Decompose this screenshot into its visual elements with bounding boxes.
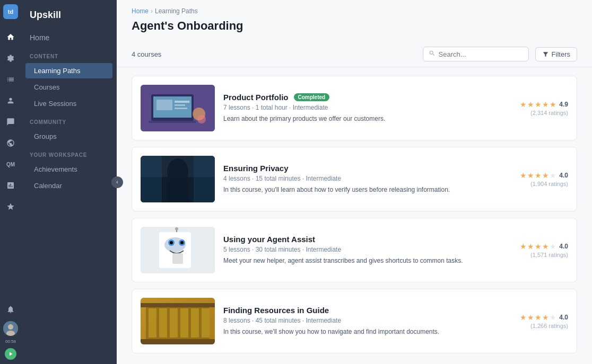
completed-badge: Completed [294, 93, 330, 101]
course-rating: ★★★★★ 4.0 (1,266 ratings) [520, 313, 568, 329]
breadcrumb-separator: › [151, 7, 153, 15]
community-section-label: COMMUNITY [21, 112, 117, 128]
rating-number: 4.0 [559, 314, 568, 321]
svg-rect-11 [149, 121, 196, 123]
star-rating: ★★★★★ 4.9 [520, 100, 568, 109]
page-title: Agent's Onboarding [132, 19, 577, 33]
svg-rect-19 [194, 156, 215, 202]
nav-icon-chat[interactable] [1, 112, 20, 131]
content-section-label: CONTENT [21, 46, 117, 63]
nav-icon-qm[interactable]: QM [1, 155, 20, 174]
svg-point-29 [175, 227, 178, 230]
star-full: ★ [535, 171, 542, 180]
course-description: Learn about the primary products we offe… [223, 114, 511, 123]
rating-number: 4.9 [559, 101, 568, 108]
sidebar-collapse-button[interactable]: ‹ [111, 176, 123, 188]
svg-rect-27 [172, 253, 183, 264]
svg-rect-36 [191, 308, 199, 338]
course-meta: 7 lessons · 1 total hour · Intermediate [223, 104, 511, 111]
nav-calendar[interactable]: Calendar [25, 178, 112, 193]
star-full: ★ [520, 242, 527, 251]
nav-courses[interactable]: Courses [25, 79, 112, 95]
star-empty: ★ [550, 171, 556, 180]
rating-number: 4.0 [559, 172, 568, 179]
main-header: Home › Learning Paths Agent's Onboarding [117, 0, 592, 41]
rating-count: (2,314 ratings) [520, 110, 568, 116]
course-card[interactable]: Ensuring Privacy 4 lessons · 15 total mi… [132, 147, 577, 211]
search-icon [429, 50, 436, 58]
star-full: ★ [527, 242, 534, 251]
svg-rect-7 [156, 100, 172, 110]
rating-number: 4.0 [559, 243, 568, 250]
svg-rect-34 [170, 308, 178, 338]
star-rating: ★★★★★ 4.0 [520, 242, 568, 251]
course-info: Using your Agent Assist 5 lessons · 30 t… [223, 235, 511, 265]
toolbar: 4 courses Filters [117, 41, 592, 67]
courses-count: 4 courses [132, 50, 161, 58]
breadcrumb-home-link[interactable]: Home [132, 7, 149, 15]
star-full: ★ [535, 100, 542, 109]
nav-icon-settings[interactable] [1, 49, 20, 68]
star-rating: ★★★★★ 4.0 [520, 171, 568, 180]
star-empty: ★ [550, 313, 556, 322]
course-thumbnail [141, 156, 215, 202]
nav-groups[interactable]: Groups [25, 129, 112, 144]
nav-icon-home[interactable] [1, 28, 20, 47]
rating-count: (1,904 ratings) [520, 181, 568, 187]
star-full: ★ [542, 100, 549, 109]
course-title: Finding Resources in Guide [223, 306, 329, 315]
svg-rect-37 [202, 308, 210, 338]
icon-sidebar: td QM 00:58 [0, 0, 21, 364]
svg-rect-32 [149, 308, 156, 338]
status-indicator[interactable] [5, 348, 16, 360]
svg-rect-35 [180, 308, 188, 338]
course-card[interactable]: Product Portfolio Completed 7 lessons · … [132, 76, 577, 140]
nav-achievements[interactable]: Achievements [25, 162, 112, 177]
star-full: ★ [520, 100, 527, 109]
svg-point-13 [197, 115, 206, 123]
svg-point-2 [8, 324, 13, 330]
user-avatar[interactable] [3, 321, 18, 336]
course-list: Product Portfolio Completed 7 lessons · … [117, 67, 592, 364]
nav-live-sessions[interactable]: Live Sessions [25, 96, 112, 111]
star-full: ★ [527, 100, 534, 109]
course-meta: 8 lessons · 45 total minutes · Intermedi… [223, 317, 511, 324]
search-input[interactable] [439, 50, 523, 58]
star-full: ★ [527, 171, 534, 180]
filters-button[interactable]: Filters [535, 47, 577, 61]
svg-point-24 [170, 241, 173, 244]
course-info: Finding Resources in Guide 8 lessons · 4… [223, 306, 511, 336]
filters-label: Filters [552, 50, 570, 58]
star-full: ★ [542, 313, 549, 322]
course-thumbnail [141, 298, 215, 344]
main-content: Home › Learning Paths Agent's Onboarding… [117, 0, 592, 364]
course-title-row: Product Portfolio Completed [223, 93, 511, 102]
nav-icon-person[interactable] [1, 91, 20, 110]
workspace-section-label: YOUR WORKSPACE [21, 145, 117, 161]
course-card[interactable]: Finding Resources in Guide 8 lessons · 4… [132, 289, 577, 353]
nav-learning-paths[interactable]: Learning Paths [25, 63, 112, 78]
svg-rect-9 [175, 104, 185, 106]
course-card[interactable]: Using your Agent Assist 5 lessons · 30 t… [132, 218, 577, 282]
course-rating: ★★★★★ 4.9 (2,314 ratings) [520, 100, 568, 116]
search-box[interactable] [423, 47, 529, 61]
course-rating: ★★★★★ 4.0 (1,571 ratings) [520, 242, 568, 258]
svg-rect-8 [175, 101, 189, 103]
svg-rect-10 [175, 108, 187, 109]
course-rating: ★★★★★ 4.0 (1,904 ratings) [520, 171, 568, 187]
star-full: ★ [542, 171, 549, 180]
course-title: Using your Agent Assist [223, 235, 315, 244]
nav-icon-list[interactable] [1, 70, 20, 89]
app-title: Upskill [21, 0, 117, 29]
nav-icon-globe[interactable] [1, 134, 20, 153]
rating-count: (1,266 ratings) [520, 323, 568, 329]
app-logo[interactable]: td [3, 4, 18, 19]
svg-rect-33 [159, 308, 167, 338]
star-empty: ★ [550, 242, 556, 251]
nav-home[interactable]: Home [21, 29, 117, 46]
svg-point-3 [6, 331, 15, 336]
notification-icon[interactable] [1, 300, 20, 319]
star-full: ★ [535, 242, 542, 251]
nav-icon-chart[interactable] [1, 176, 20, 195]
nav-icon-star[interactable] [1, 197, 20, 216]
